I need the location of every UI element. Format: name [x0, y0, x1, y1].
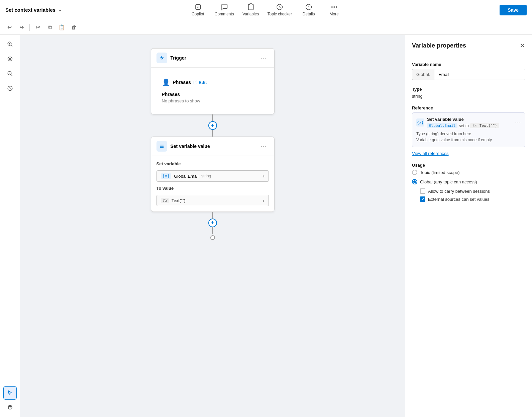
- set-variable-node-more[interactable]: ⋯: [259, 142, 269, 151]
- canvas[interactable]: Trigger ⋯ 👤 Phrases Edit: [20, 35, 405, 417]
- ref-note-line2: Variable gets value from this node if em…: [416, 138, 492, 142]
- redo-button[interactable]: ↪: [16, 22, 27, 33]
- nav-comments[interactable]: Comments: [215, 3, 234, 16]
- topbar-right: Save: [500, 5, 527, 15]
- checkbox-external-box: ✓: [420, 196, 425, 202]
- usage-section: Usage Topic (limited scope) Global (any …: [412, 163, 525, 202]
- trigger-node-header: Trigger ⋯: [151, 49, 274, 68]
- variable-name-label: Variable name: [412, 62, 525, 67]
- svg-line-23: [8, 87, 12, 90]
- save-button[interactable]: Save: [500, 5, 527, 15]
- checkbox-carry-box: [420, 188, 425, 194]
- ref-item-content: Set variable value Global.Email set to f…: [427, 117, 512, 128]
- copy-button[interactable]: ⧉: [44, 22, 55, 33]
- to-value-pill[interactable]: fx Text("") ›: [156, 195, 269, 206]
- usage-options: Topic (limited scope) Global (any topic …: [412, 170, 525, 202]
- trigger-node-more[interactable]: ⋯: [259, 54, 269, 62]
- paste-button[interactable]: 📋: [57, 22, 67, 33]
- toolbar: ↩ ↪ ✂ ⧉ 📋 🗑: [0, 20, 532, 35]
- nav-copilot[interactable]: Copilot: [189, 3, 207, 16]
- variable-pill[interactable]: {x} Global.Email string ›: [156, 170, 269, 182]
- page-title: Set context variables: [5, 7, 56, 13]
- nav-details-label: Details: [303, 12, 315, 16]
- variable-name-input[interactable]: [434, 69, 525, 80]
- radio-topic-label: Topic (limited scope): [420, 170, 460, 175]
- topbar-left: Set context variables ⌄: [5, 7, 62, 13]
- checkbox-external[interactable]: ✓ External sources can set values: [420, 196, 525, 202]
- fx-badge: fx: [161, 198, 169, 203]
- cut-button[interactable]: ✂: [32, 22, 43, 33]
- phrases-header-label: Phrases: [173, 80, 191, 85]
- set-variable-node-title: Set variable value: [171, 144, 210, 149]
- no-symbol-icon[interactable]: [3, 82, 17, 95]
- nav-more[interactable]: More: [325, 3, 343, 16]
- set-variable-label: Set variable: [156, 161, 269, 166]
- zoom-out-icon[interactable]: [3, 67, 17, 80]
- radio-global-circle: [412, 179, 417, 184]
- connector-line-1b: [212, 130, 213, 137]
- view-all-references-link[interactable]: View all references: [412, 151, 449, 156]
- type-label: Type: [412, 87, 525, 92]
- ref-more-button[interactable]: ⋯: [515, 119, 521, 126]
- var-arrow-icon: ›: [263, 173, 264, 179]
- connector-1: +: [208, 114, 217, 137]
- var-pill-left: {x} Global.Email string: [161, 173, 211, 179]
- panel-close-button[interactable]: ✕: [520, 41, 525, 50]
- trigger-node-body: 👤 Phrases Edit Phrases No phrases to sho…: [151, 68, 274, 114]
- type-section: Type string: [412, 87, 525, 99]
- set-variable-node: Set variable value ⋯ Set variable {x} Gl…: [151, 137, 275, 212]
- phrases-title: Phrases: [162, 92, 263, 97]
- connector-line-1: [212, 114, 213, 121]
- nav-more-label: More: [330, 12, 339, 16]
- target-icon[interactable]: [3, 52, 17, 66]
- zoom-in-icon[interactable]: [3, 37, 17, 51]
- variable-name-row: Global.: [412, 69, 525, 80]
- checkbox-group: Allow to carry between sessions ✓ Extern…: [412, 188, 525, 202]
- reference-box: {x} Set variable value Global.Email set …: [412, 112, 525, 147]
- svg-point-6: [331, 7, 332, 8]
- nav-variables[interactable]: Variables: [242, 3, 259, 16]
- ref-fx-label: fx Text(""): [470, 123, 499, 128]
- phrases-edit-link[interactable]: Edit: [194, 80, 207, 85]
- svg-line-10: [11, 45, 12, 47]
- end-circle: [210, 235, 215, 240]
- var-pill-badge: {x}: [161, 173, 172, 179]
- svg-rect-0: [195, 5, 200, 10]
- checkbox-carry[interactable]: Allow to carry between sessions: [420, 188, 525, 194]
- edit-label: Edit: [199, 80, 207, 85]
- set-variable-node-header-left: Set variable value: [156, 141, 210, 152]
- ref-note: Type (string) derived from here Variable…: [416, 131, 521, 143]
- panel-header: Variable properties ✕: [405, 35, 532, 55]
- svg-line-20: [11, 74, 12, 76]
- chevron-down-icon[interactable]: ⌄: [58, 8, 62, 12]
- usage-label: Usage: [412, 163, 525, 168]
- left-sidebar: [0, 35, 20, 417]
- cursor-icon[interactable]: [3, 386, 17, 400]
- person-icon: 👤: [162, 78, 170, 86]
- nav-details[interactable]: Details: [300, 3, 317, 16]
- svg-rect-1: [249, 4, 252, 5]
- radio-topic-circle: [412, 170, 417, 175]
- to-value-arrow-icon: ›: [263, 198, 264, 203]
- svg-point-7: [334, 7, 335, 8]
- radio-topic[interactable]: Topic (limited scope): [412, 170, 525, 175]
- add-node-button-2[interactable]: +: [208, 219, 217, 227]
- ref-detail: Global.Email set to fx Text(""): [427, 123, 512, 128]
- delete-button[interactable]: 🗑: [69, 22, 79, 33]
- trigger-node-title: Trigger: [171, 55, 186, 61]
- radio-global-inner: [413, 180, 416, 183]
- set-variable-icon: [156, 141, 167, 152]
- ref-title: Set variable value: [427, 117, 512, 122]
- undo-button[interactable]: ↩: [4, 22, 15, 33]
- add-node-button-1[interactable]: +: [208, 121, 217, 130]
- var-name-display: Global.Email: [174, 174, 199, 179]
- set-variable-node-body: Set variable {x} Global.Email string › T…: [151, 156, 274, 212]
- variable-name-section: Variable name Global.: [412, 62, 525, 80]
- toolbar-divider: [29, 24, 30, 31]
- radio-global[interactable]: Global (any topic can access): [412, 179, 525, 184]
- topbar-nav: Copilot Comments Variables Topic checker…: [189, 3, 343, 16]
- hand-icon[interactable]: [3, 401, 17, 414]
- ref-var-icon: {x}: [416, 118, 424, 127]
- nav-topic-checker[interactable]: Topic checker: [268, 3, 292, 16]
- phrases-inner-header: 👤 Phrases Edit: [162, 78, 263, 86]
